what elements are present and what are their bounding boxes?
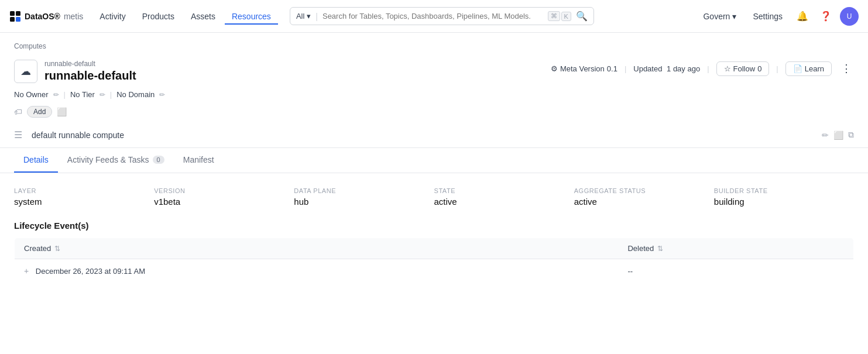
avatar[interactable]: U <box>840 7 859 26</box>
search-bar: All ▾ | ⌘ K 🔍 <box>290 7 594 25</box>
description-row: ☰ default runnable compute ✏ ⬜ ⧉ <box>0 122 868 148</box>
resource-icon: ☁ <box>14 60 37 83</box>
search-filter-all[interactable]: All ▾ <box>296 12 311 20</box>
tags-row: 🏷 Add ⬜ <box>0 106 868 122</box>
description-actions: ✏ ⬜ ⧉ <box>822 130 854 140</box>
detail-builder-state: Builder State building <box>714 187 854 207</box>
detail-layer: Layer system <box>14 187 154 207</box>
tabs: Details Activity Feeds & Tasks 0 Manifes… <box>0 148 868 173</box>
resource-name-block: runnable-default runnable-default <box>44 60 136 83</box>
sort-deleted-icon[interactable]: ⇅ <box>657 245 663 253</box>
sort-created-icon[interactable]: ⇅ <box>54 245 60 253</box>
nav-resources[interactable]: Resources <box>225 8 278 25</box>
book-icon: 📄 <box>793 64 802 73</box>
tab-activity-feeds[interactable]: Activity Feeds & Tasks 0 <box>58 148 174 173</box>
add-tag-button[interactable]: Add <box>27 106 52 118</box>
learn-button[interactable]: 📄 Learn <box>785 61 832 76</box>
table-row: + December 26, 2023 at 09:11 AM -- <box>15 259 854 283</box>
domain-label: No Domain <box>116 90 155 99</box>
logo-appname: metis <box>64 12 83 21</box>
nav-products[interactable]: Products <box>135 8 181 25</box>
detail-version: Version v1beta <box>154 187 294 207</box>
cell-deleted: -- <box>618 259 853 283</box>
meta-version: ⚙ Meta Version 0.1 <box>551 64 617 73</box>
nav-assets[interactable]: Assets <box>184 8 222 25</box>
resource-title: runnable-default <box>44 69 136 83</box>
detail-state: State active <box>434 187 574 207</box>
follow-button[interactable]: ☆ Follow 0 <box>716 61 770 76</box>
resource-subtitle: runnable-default <box>44 60 136 68</box>
meta-version-icon: ⚙ <box>551 64 558 73</box>
metadata-row: No Owner ✏ | No Tier ✏ | No Domain ✏ <box>0 83 868 106</box>
search-input[interactable] <box>323 12 543 20</box>
content-area: Layer system Version v1beta Data Plane h… <box>0 173 868 297</box>
svg-rect-3 <box>16 17 20 22</box>
logo-dataos: DataOS® <box>25 12 60 21</box>
logo[interactable]: DataOS® metis <box>9 11 83 22</box>
resource-meta: ⚙ Meta Version 0.1 | Updated 1 day ago |… <box>551 60 854 77</box>
detail-aggregate-status: Aggregate Status active <box>574 187 714 207</box>
cell-created: + December 26, 2023 at 09:11 AM <box>15 259 619 283</box>
svg-rect-0 <box>10 11 15 16</box>
lifecycle-title: Lifecycle Event(s) <box>14 221 854 231</box>
svg-rect-1 <box>16 11 20 16</box>
tab-manifest[interactable]: Manifest <box>174 148 224 173</box>
col-created: Created ⇅ <box>15 238 619 259</box>
notifications-icon[interactable]: 🔔 <box>793 7 812 26</box>
dataos-logo-icon <box>9 11 21 22</box>
tier-label: No Tier <box>70 90 95 99</box>
resource-identity: ☁ runnable-default runnable-default <box>14 60 136 83</box>
tag-icon: 🏷 <box>14 107 22 116</box>
svg-rect-2 <box>10 17 15 22</box>
detail-data-plane: Data Plane hub <box>294 187 434 207</box>
col-deleted: Deleted ⇅ <box>618 238 853 259</box>
nav-right: Govern ▾ Settings 🔔 ❓ U <box>697 7 859 26</box>
row-expand-icon[interactable]: + <box>24 266 29 276</box>
top-nav: DataOS® metis Activity Products Assets R… <box>0 0 868 33</box>
star-icon: ☆ <box>724 64 731 73</box>
govern-button[interactable]: Govern ▾ <box>697 8 742 25</box>
help-icon[interactable]: ❓ <box>816 7 835 26</box>
resource-header: ☁ runnable-default runnable-default ⚙ Me… <box>0 55 868 83</box>
domain-edit-icon[interactable]: ✏ <box>159 91 165 99</box>
tab-activity-badge: 0 <box>153 156 164 164</box>
owner-edit-icon[interactable]: ✏ <box>53 91 59 99</box>
link-description-icon[interactable]: ⧉ <box>848 130 854 140</box>
details-grid: Layer system Version v1beta Data Plane h… <box>14 187 854 207</box>
more-options-icon[interactable]: ⋮ <box>839 60 854 77</box>
tier-edit-icon[interactable]: ✏ <box>100 91 105 99</box>
hamburger-icon: ☰ <box>14 129 22 140</box>
description-text: default runnable compute <box>32 130 124 140</box>
edit-description-icon[interactable]: ✏ <box>822 130 829 140</box>
lifecycle-table: Created ⇅ Deleted ⇅ + December 26, 2023 … <box>14 238 854 283</box>
tab-details[interactable]: Details <box>14 148 58 173</box>
expand-description-icon[interactable]: ⬜ <box>833 130 843 140</box>
tag-info-icon[interactable]: ⬜ <box>57 107 67 116</box>
breadcrumb: Computes <box>14 42 854 50</box>
owner-label: No Owner <box>14 90 49 99</box>
updated-text: Updated 1 day ago <box>633 64 700 73</box>
nav-activity[interactable]: Activity <box>92 8 132 25</box>
search-keyboard-shortcut: ⌘ K <box>548 11 571 21</box>
page-header: Computes <box>0 33 868 50</box>
search-icon[interactable]: 🔍 <box>576 11 588 22</box>
settings-button[interactable]: Settings <box>747 8 788 25</box>
